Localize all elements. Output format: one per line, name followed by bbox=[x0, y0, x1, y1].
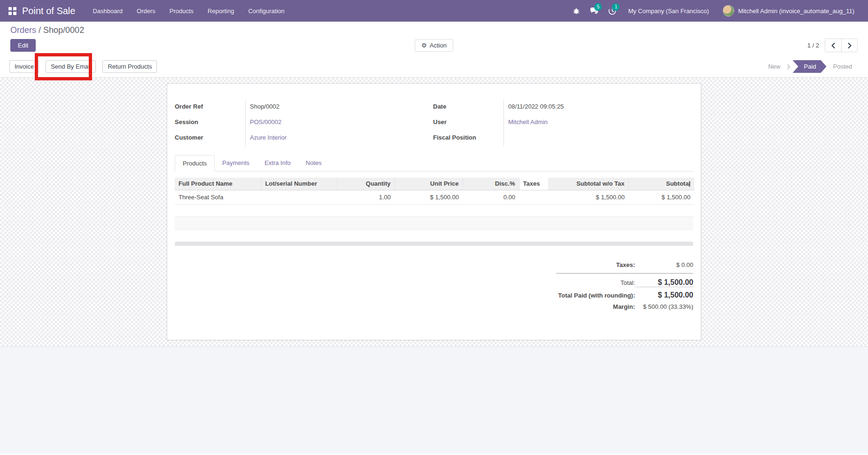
control-panel: Orders / Shop/0002 Edit ⚙ Action 1 / 2 bbox=[0, 22, 868, 56]
user-label: User bbox=[433, 115, 504, 131]
notebook-tabs: Products Payments Extra Info Notes bbox=[175, 155, 693, 172]
statusbar: Invoice Send By Email Return Products Ne… bbox=[0, 56, 868, 78]
taxes-total-value: $ 0.00 bbox=[635, 261, 693, 268]
optional-columns-kebab-icon[interactable]: ⋮ bbox=[686, 180, 693, 188]
form-view-background: Order Ref Shop/0002 Session POS/00002 Cu… bbox=[0, 78, 868, 346]
top-navbar: Point of Sale Dashboard Orders Products … bbox=[0, 0, 868, 22]
total-paid-value: $ 1,500.00 bbox=[635, 291, 693, 299]
field-group-left: Order Ref Shop/0002 Session POS/00002 Cu… bbox=[175, 100, 433, 146]
col-discount[interactable]: Disc.% bbox=[463, 178, 519, 190]
breadcrumb-current: Shop/0002 bbox=[43, 25, 84, 35]
margin-value: $ 500.00 (33.33%) bbox=[635, 303, 693, 310]
messages-count-badge: 5 bbox=[594, 3, 602, 11]
tab-payments[interactable]: Payments bbox=[215, 155, 257, 172]
field-group-right: Date 08/11/2022 09:05:25 User Mitchell A… bbox=[433, 100, 691, 146]
total-label: Total: bbox=[620, 279, 635, 286]
col-unit-price[interactable]: Unit Price bbox=[395, 178, 463, 190]
empty-row-striped bbox=[175, 216, 693, 230]
edit-button[interactable]: Edit bbox=[10, 39, 36, 52]
total-paid-label: Total Paid (with rounding): bbox=[558, 292, 635, 299]
total-value: $ 1,500.00 bbox=[635, 278, 693, 287]
table-header-row: Full Product Name Lot/serial Number Quan… bbox=[175, 178, 694, 190]
user-name: Mitchell Admin (invoice_automate_aug_11) bbox=[738, 8, 854, 15]
chevron-right-icon bbox=[847, 43, 852, 48]
col-taxes[interactable]: Taxes bbox=[519, 178, 549, 190]
session-value-link[interactable]: POS/00002 bbox=[246, 115, 433, 131]
cell-discount[interactable]: 0.00 bbox=[463, 190, 519, 204]
col-quantity[interactable]: Quantity bbox=[337, 178, 395, 190]
status-posted[interactable]: Posted bbox=[829, 63, 857, 70]
chevron-left-icon bbox=[831, 43, 836, 48]
pager: 1 / 2 bbox=[807, 39, 858, 52]
main-menu: Dashboard Orders Products Reporting Conf… bbox=[85, 0, 291, 22]
apps-menu-icon[interactable] bbox=[8, 7, 16, 15]
send-by-email-button[interactable]: Send By Email bbox=[46, 60, 96, 73]
debug-bug-icon[interactable] bbox=[568, 0, 584, 22]
date-value: 08/11/2022 09:05:25 bbox=[504, 100, 691, 115]
action-button-label: Action bbox=[430, 42, 447, 49]
cell-subtotal-wo-tax[interactable]: $ 1,500.00 bbox=[549, 190, 628, 204]
menu-dashboard[interactable]: Dashboard bbox=[85, 0, 130, 22]
customer-label: Customer bbox=[175, 131, 246, 146]
cell-product[interactable]: Three-Seat Sofa bbox=[175, 190, 261, 204]
order-ref-value: Shop/0002 bbox=[246, 100, 433, 115]
status-paid[interactable]: Paid bbox=[792, 60, 826, 73]
totals-divider bbox=[556, 273, 693, 274]
messages-menu[interactable]: 5 bbox=[586, 0, 602, 22]
footer-empty-area bbox=[0, 346, 868, 454]
col-subtotal[interactable]: Subtotal ⋮ bbox=[628, 178, 694, 190]
table-row[interactable]: Three-Seat Sofa 1.00 $ 1,500.00 0.00 $ 1… bbox=[175, 190, 694, 204]
horizontal-scrollbar[interactable] bbox=[175, 242, 693, 246]
order-form-sheet: Order Ref Shop/0002 Session POS/00002 Cu… bbox=[167, 83, 701, 340]
action-button[interactable]: ⚙ Action bbox=[415, 39, 453, 52]
breadcrumb-orders-link[interactable]: Orders bbox=[10, 25, 36, 35]
tab-products[interactable]: Products bbox=[175, 155, 215, 172]
tab-notes[interactable]: Notes bbox=[298, 155, 329, 172]
company-name: My Company (San Francisco) bbox=[628, 8, 709, 15]
activities-menu[interactable]: 1 bbox=[604, 0, 620, 22]
user-avatar bbox=[723, 5, 734, 16]
tab-extra-info[interactable]: Extra Info bbox=[257, 155, 298, 172]
cell-taxes[interactable] bbox=[519, 190, 549, 204]
status-chevron-icon bbox=[785, 64, 790, 69]
invoice-button[interactable]: Invoice bbox=[9, 60, 39, 73]
return-products-button[interactable]: Return Products bbox=[102, 60, 157, 73]
totals-block: Taxes: $ 0.00 Total: $ 1,500.00 Total Pa… bbox=[556, 259, 693, 312]
cell-quantity[interactable]: 1.00 bbox=[337, 190, 395, 204]
status-new[interactable]: New bbox=[763, 63, 785, 70]
user-value-link[interactable]: Mitchell Admin bbox=[504, 115, 691, 131]
breadcrumb-separator: / bbox=[39, 25, 41, 35]
cell-lot[interactable] bbox=[261, 190, 337, 204]
taxes-total-label: Taxes: bbox=[616, 261, 635, 268]
bug-icon bbox=[573, 7, 580, 15]
margin-label: Margin: bbox=[613, 303, 635, 310]
pager-next-button[interactable] bbox=[841, 39, 857, 52]
session-label: Session bbox=[175, 115, 246, 131]
pager-count: 1 / 2 bbox=[807, 42, 819, 49]
col-full-product-name[interactable]: Full Product Name bbox=[175, 178, 261, 190]
menu-orders[interactable]: Orders bbox=[130, 0, 163, 22]
breadcrumb: Orders / Shop/0002 bbox=[10, 25, 858, 35]
company-switcher[interactable]: My Company (San Francisco) bbox=[622, 0, 715, 22]
empty-row bbox=[175, 204, 693, 216]
activities-count-badge: 1 bbox=[612, 3, 620, 11]
menu-reporting[interactable]: Reporting bbox=[201, 0, 241, 22]
menu-products[interactable]: Products bbox=[163, 0, 201, 22]
order-ref-label: Order Ref bbox=[175, 100, 246, 115]
fiscal-position-label: Fiscal Position bbox=[433, 131, 504, 146]
col-lot-serial[interactable]: Lot/serial Number bbox=[261, 178, 337, 190]
user-menu[interactable]: Mitchell Admin (invoice_automate_aug_11) bbox=[717, 0, 860, 22]
fiscal-position-value[interactable] bbox=[504, 131, 691, 146]
empty-row bbox=[175, 230, 693, 242]
col-subtotal-wo-tax[interactable]: Subtotal w/o Tax bbox=[549, 178, 628, 190]
status-pipeline: New Paid Posted bbox=[763, 60, 857, 73]
cell-subtotal[interactable]: $ 1,500.00 bbox=[628, 190, 694, 204]
order-lines-table: Full Product Name Lot/serial Number Quan… bbox=[175, 178, 694, 204]
customer-value-link[interactable]: Azure Interior bbox=[246, 131, 433, 146]
date-label: Date bbox=[433, 100, 504, 115]
app-brand[interactable]: Point of Sale bbox=[22, 6, 75, 16]
pager-previous-button[interactable] bbox=[825, 39, 841, 52]
gear-icon: ⚙ bbox=[421, 42, 427, 49]
cell-unit-price[interactable]: $ 1,500.00 bbox=[395, 190, 463, 204]
menu-configuration[interactable]: Configuration bbox=[241, 0, 291, 22]
